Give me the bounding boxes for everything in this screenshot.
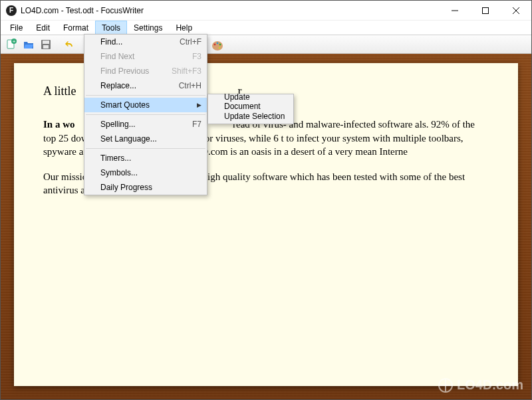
menu-find-previous-label: Find Previous	[100, 66, 149, 76]
menu-timers[interactable]: Timers...	[84, 151, 207, 165]
close-button[interactable]	[501, 1, 531, 21]
svg-point-13	[219, 44, 221, 46]
new-file-button[interactable]: +	[3, 37, 19, 52]
menu-find[interactable]: Find... Ctrl+F	[84, 35, 207, 49]
smart-quotes-submenu: Update Document Update Selection	[207, 94, 294, 124]
new-file-icon: +	[5, 39, 17, 50]
undo-button[interactable]	[62, 37, 78, 52]
menu-help[interactable]: Help	[169, 21, 199, 35]
palette-icon	[211, 39, 224, 52]
para1-lead: In a wo	[43, 119, 75, 130]
menubar: File Edit Format Tools Settings Help	[1, 21, 531, 35]
menu-separator	[86, 148, 205, 149]
save-icon	[40, 39, 52, 50]
app-icon: F	[6, 5, 17, 16]
menu-find-previous[interactable]: Find Previous Shift+F3	[84, 64, 207, 78]
menu-replace[interactable]: Replace... Ctrl+H	[84, 78, 207, 93]
heading-prefix: A little	[43, 84, 76, 98]
menu-set-language[interactable]: Set Language...	[84, 132, 207, 146]
menu-timers-label: Timers...	[100, 153, 131, 163]
undo-icon	[64, 39, 76, 50]
submenu-update-selection[interactable]: Update Selection	[208, 109, 293, 124]
svg-point-11	[214, 44, 216, 46]
toolbar: +	[1, 35, 531, 54]
svg-rect-9	[43, 45, 49, 49]
svg-point-14	[219, 47, 221, 49]
save-button[interactable]	[38, 37, 54, 52]
maximize-button[interactable]	[470, 1, 501, 21]
maximize-icon	[482, 7, 489, 14]
menu-set-language-label: Set Language...	[100, 134, 157, 144]
menu-replace-shortcut: Ctrl+H	[179, 81, 201, 90]
titlebar-left: F LO4D.com - Test.odt - FocusWriter	[6, 5, 144, 16]
menu-find-label: Find...	[100, 37, 122, 47]
minimize-button[interactable]	[440, 1, 470, 21]
menu-edit[interactable]: Edit	[29, 21, 57, 35]
svg-rect-8	[43, 41, 49, 44]
menu-spelling[interactable]: Spelling... F7	[84, 117, 207, 132]
menu-smart-quotes[interactable]: Smart Quotes ▶	[84, 98, 207, 112]
app-window: F LO4D.com - Test.odt - FocusWriter File…	[0, 0, 532, 400]
titlebar: F LO4D.com - Test.odt - FocusWriter	[1, 1, 531, 21]
svg-point-12	[217, 43, 219, 45]
palette-button[interactable]	[209, 37, 225, 53]
menu-find-next[interactable]: Find Next F3	[84, 49, 207, 64]
svg-rect-1	[483, 8, 489, 14]
menu-settings[interactable]: Settings	[127, 21, 169, 35]
globe-icon	[438, 378, 453, 393]
menu-daily-progress[interactable]: Daily Progress	[84, 180, 207, 195]
watermark-text: LO4D.com	[457, 377, 523, 393]
menu-spelling-shortcut: F7	[192, 120, 201, 129]
menu-separator	[86, 95, 205, 96]
menu-spelling-label: Spelling...	[100, 120, 136, 129]
menu-find-shortcut: Ctrl+F	[180, 37, 201, 47]
open-file-icon	[23, 39, 35, 50]
menu-replace-label: Replace...	[100, 81, 136, 90]
svg-text:+: +	[13, 39, 16, 45]
menu-format[interactable]: Format	[57, 21, 95, 35]
menu-find-previous-shortcut: Shift+F3	[172, 66, 201, 76]
menu-daily-progress-label: Daily Progress	[100, 183, 152, 192]
menu-symbols[interactable]: Symbols...	[84, 165, 207, 180]
menu-separator	[86, 114, 205, 115]
tools-dropdown: Find... Ctrl+F Find Next F3 Find Previou…	[84, 34, 207, 195]
open-file-button[interactable]	[21, 37, 37, 52]
watermark: LO4D.com	[438, 377, 523, 393]
close-icon	[513, 7, 519, 14]
submenu-update-document[interactable]: Update Document	[208, 94, 293, 109]
chevron-right-icon: ▶	[197, 102, 201, 108]
submenu-update-selection-label: Update Selection	[224, 112, 285, 121]
menu-find-next-label: Find Next	[100, 52, 134, 61]
menu-find-next-shortcut: F3	[192, 52, 201, 61]
menu-symbols-label: Symbols...	[100, 168, 138, 177]
window-title: LO4D.com - Test.odt - FocusWriter	[21, 6, 144, 15]
menu-tools[interactable]: Tools	[95, 21, 127, 35]
menu-smart-quotes-label: Smart Quotes	[100, 100, 150, 110]
window-controls	[440, 1, 531, 20]
minimize-icon	[452, 7, 458, 14]
submenu-update-document-label: Update Document	[224, 92, 287, 111]
menu-file[interactable]: File	[3, 21, 29, 35]
